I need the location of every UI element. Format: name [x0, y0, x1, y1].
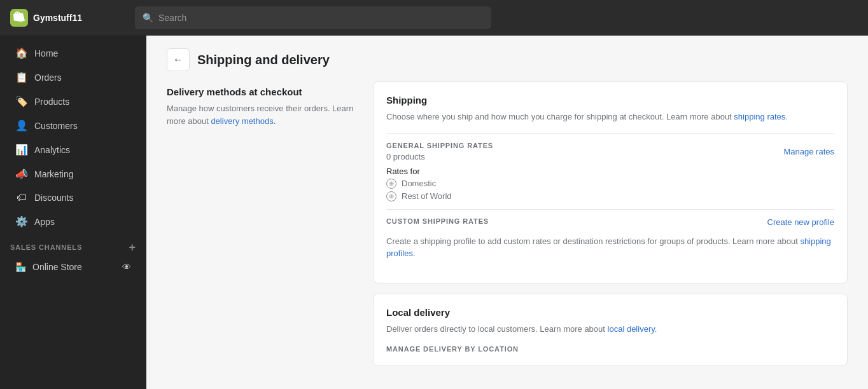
marketing-icon: 📣: [15, 168, 28, 180]
sidebar-item-online-store[interactable]: 🏪 Online Store 👁: [5, 256, 141, 278]
rate-rest-of-world: ⊕ Rest of World: [386, 191, 834, 201]
products-icon: 🏷️: [15, 95, 28, 107]
local-delivery-title: Local delivery: [386, 307, 834, 318]
delivery-methods-col: Delivery methods at checkout Manage how …: [167, 81, 358, 366]
products-count: 0 products: [386, 152, 493, 161]
local-delivery-card: Local delivery Deliver orders directly t…: [373, 294, 848, 367]
discounts-icon: 🏷: [15, 192, 28, 203]
home-icon: 🏠: [15, 47, 28, 59]
custom-rates-desc: Create a shipping profile to add custom …: [386, 235, 834, 260]
rest-of-world-label: Rest of World: [402, 191, 452, 201]
globe-icon-row: ⊕: [386, 191, 396, 201]
create-profile-link[interactable]: Create new profile: [767, 217, 835, 227]
shipping-title: Shipping: [386, 95, 834, 106]
sales-channels-label: SALES CHANNELS: [10, 243, 82, 251]
sidebar-item-label: Home: [34, 48, 58, 58]
back-button[interactable]: ←: [167, 48, 190, 71]
sidebar-item-home[interactable]: 🏠 Home: [5, 41, 141, 65]
sidebar-item-customers[interactable]: 👤 Customers: [5, 114, 141, 137]
page-header: ← Shipping and delivery: [146, 36, 868, 81]
local-delivery-link[interactable]: local delivery.: [608, 324, 657, 334]
sidebar-item-products[interactable]: 🏷️ Products: [5, 90, 141, 113]
delivery-methods-desc: Manage how customers receive their order…: [167, 102, 358, 127]
shipping-rates-link[interactable]: shipping rates.: [734, 112, 788, 121]
sidebar: 🏠 Home 📋 Orders 🏷️ Products 👤 Customers …: [0, 36, 146, 389]
delivery-methods-heading: Delivery methods at checkout: [167, 86, 358, 97]
manage-delivery-label: MANAGE DELIVERY BY LOCATION: [386, 345, 834, 353]
sidebar-item-orders[interactable]: 📋 Orders: [5, 65, 141, 89]
add-channel-button[interactable]: +: [129, 242, 136, 253]
online-store-label: Online Store: [32, 262, 82, 272]
sidebar-item-label: Customers: [34, 121, 78, 131]
manage-rates-link[interactable]: Manage rates: [784, 147, 835, 156]
eye-icon[interactable]: 👁: [122, 262, 131, 272]
brand-name: Gymstuff11: [33, 13, 82, 23]
shopify-logo: [10, 9, 28, 27]
sidebar-item-label: Marketing: [34, 169, 73, 179]
delivery-methods-link[interactable]: delivery methods.: [211, 116, 276, 126]
rates-for-label: Rates for: [386, 167, 834, 176]
topbar: Gymstuff11 🔍: [0, 0, 868, 36]
general-rates-row: GENERAL SHIPPING RATES 0 products Manage…: [386, 142, 834, 161]
online-store-icon: 🏪: [15, 262, 26, 272]
customers-icon: 👤: [15, 119, 28, 132]
page-title: Shipping and delivery: [197, 53, 330, 67]
layout: 🏠 Home 📋 Orders 🏷️ Products 👤 Customers …: [0, 36, 868, 389]
custom-rates-label: CUSTOM SHIPPING RATES: [386, 217, 489, 225]
content-area: Delivery methods at checkout Manage how …: [146, 81, 868, 386]
main-content: ← Shipping and delivery Delivery methods…: [146, 36, 868, 389]
sidebar-item-marketing[interactable]: 📣 Marketing: [5, 162, 141, 186]
search-input[interactable]: [158, 13, 484, 23]
general-rates-label: GENERAL SHIPPING RATES: [386, 142, 493, 149]
domestic-label: Domestic: [402, 179, 436, 188]
apps-icon: ⚙️: [15, 215, 28, 228]
sidebar-item-discounts[interactable]: 🏷 Discounts: [5, 186, 141, 209]
orders-icon: 📋: [15, 71, 28, 83]
sales-channels-section: SALES CHANNELS +: [0, 234, 146, 256]
globe-icon-domestic: ⊕: [386, 179, 396, 189]
brand: Gymstuff11: [10, 9, 125, 27]
shipping-desc: Choose where you ship and how much you c…: [386, 111, 834, 123]
sidebar-item-label: Orders: [34, 72, 62, 83]
rate-domestic: ⊕ Domestic: [386, 179, 834, 189]
search-bar[interactable]: 🔍: [135, 6, 491, 29]
local-delivery-desc: Deliver orders directly to local custome…: [386, 323, 834, 336]
search-icon: 🔍: [143, 13, 153, 23]
custom-rates-row: CUSTOM SHIPPING RATES Create new profile: [386, 217, 834, 228]
sidebar-item-analytics[interactable]: 📊 Analytics: [5, 138, 141, 161]
right-col: Shipping Choose where you ship and how m…: [373, 81, 848, 366]
sidebar-item-label: Discounts: [34, 193, 73, 203]
sidebar-item-label: Apps: [34, 217, 55, 227]
sidebar-item-label: Products: [34, 97, 69, 107]
shipping-card: Shipping Choose where you ship and how m…: [373, 81, 848, 283]
analytics-icon: 📊: [15, 144, 28, 156]
sidebar-item-apps[interactable]: ⚙️ Apps: [5, 210, 141, 233]
sidebar-item-label: Analytics: [34, 145, 70, 155]
